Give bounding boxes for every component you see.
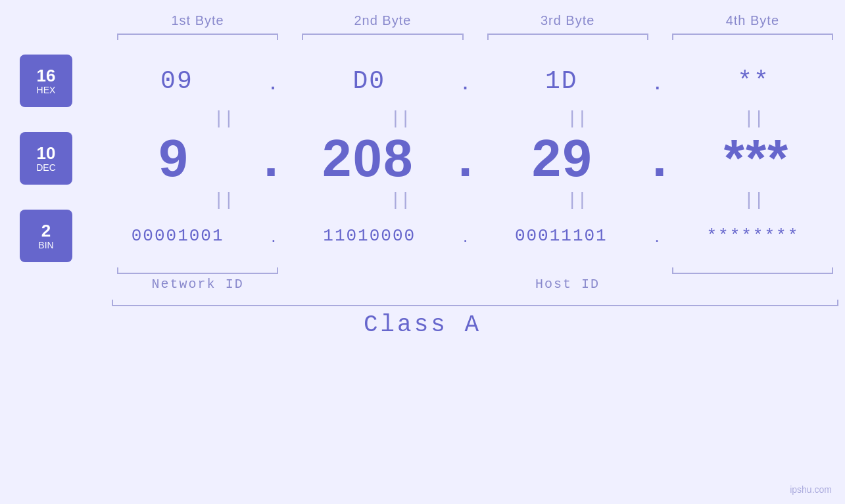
dec-dot-2: . (456, 128, 473, 189)
bottom-bracket-1 (110, 265, 285, 274)
bottom-bracket-3-gap (481, 265, 655, 274)
dec-row: 10 DEC 9 . 208 . 29 . *** (0, 128, 845, 189)
dec-dot-1: . (262, 128, 279, 189)
top-bracket-4 (665, 34, 840, 43)
bottom-brackets-per-byte (0, 265, 845, 274)
hex-row: 16 HEX 09 . D0 . 1D . ** (0, 55, 845, 107)
bottom-bracket-2-gap (295, 265, 470, 274)
bin-row: 2 BIN 00001001 . 11010000 . 00011101 . *… (0, 210, 845, 262)
equals-2-2: || (315, 189, 492, 210)
host-id-label-spacer (290, 277, 475, 292)
dec-byte-4: *** (668, 128, 845, 189)
top-brackets (0, 34, 845, 43)
equals-row-1: || || || || (0, 107, 845, 128)
hex-byte-3: 1D (470, 67, 653, 95)
hex-byte-2: D0 (278, 67, 460, 95)
byte-header-1: 1st Byte (105, 13, 290, 28)
hex-dot-3: . (653, 67, 663, 95)
dec-badge: 10 DEC (20, 132, 72, 185)
equals-2-1: || (138, 189, 315, 210)
host-id-label-spacer2 (660, 277, 845, 292)
hex-dot-2: . (460, 67, 470, 95)
bin-badge-label: BIN (38, 240, 53, 250)
bin-byte-1: 00001001 (85, 226, 270, 246)
bin-dot-3: . (653, 226, 660, 246)
bin-byte-4: ******** (661, 226, 845, 246)
hex-badge: 16 HEX (20, 55, 72, 107)
id-labels-row: Network ID Host ID (0, 277, 845, 292)
dec-badge-num: 10 (37, 144, 56, 163)
bin-badge: 2 BIN (20, 210, 72, 262)
host-id-label: Host ID (475, 277, 660, 292)
hex-byte-4: ** (662, 67, 845, 95)
hex-badge-label: HEX (37, 85, 56, 95)
dec-bytes: 9 . 208 . 29 . *** (85, 128, 845, 189)
bin-badge-num: 2 (41, 221, 51, 241)
top-bracket-3 (481, 34, 655, 43)
hex-badge-num: 16 (37, 66, 56, 85)
equals-1-4: || (668, 107, 845, 128)
equals-1-1: || (138, 107, 315, 128)
equals-2-3: || (492, 189, 669, 210)
dec-byte-3: 29 (474, 128, 651, 189)
bin-dot-1: . (270, 226, 277, 246)
top-bracket-1 (110, 34, 285, 43)
hex-dot-1: . (268, 67, 278, 95)
dec-byte-2: 208 (279, 128, 456, 189)
dec-badge-label: DEC (36, 162, 56, 173)
byte-headers-row: 1st Byte 2nd Byte 3rd Byte 4th Byte (0, 13, 845, 28)
byte-header-3: 3rd Byte (475, 13, 660, 28)
main-container: 1st Byte 2nd Byte 3rd Byte 4th Byte 16 H… (0, 0, 845, 504)
equals-1-2: || (315, 107, 492, 128)
bin-byte-3: 00011101 (469, 226, 653, 246)
dec-byte-1: 9 (85, 128, 262, 189)
equals-1-3: || (492, 107, 669, 128)
byte-header-2: 2nd Byte (290, 13, 475, 28)
footer: ipshu.com (790, 484, 832, 495)
hex-byte-1: 09 (85, 67, 268, 95)
equals-row-2: || || || || (0, 189, 845, 210)
class-label: Class A (0, 311, 845, 338)
wide-bottom-bracket (105, 297, 845, 306)
network-id-label: Network ID (105, 277, 290, 292)
bin-dot-2: . (462, 226, 469, 246)
hex-bytes: 09 . D0 . 1D . ** (85, 67, 845, 95)
equals-2-4: || (668, 189, 845, 210)
bin-byte-2: 11010000 (278, 226, 462, 246)
dec-dot-3: . (651, 128, 668, 189)
bottom-bracket-4 (665, 265, 840, 274)
byte-header-4: 4th Byte (660, 13, 845, 28)
top-bracket-2 (295, 34, 470, 43)
bin-bytes: 00001001 . 11010000 . 00011101 . *******… (85, 226, 845, 246)
